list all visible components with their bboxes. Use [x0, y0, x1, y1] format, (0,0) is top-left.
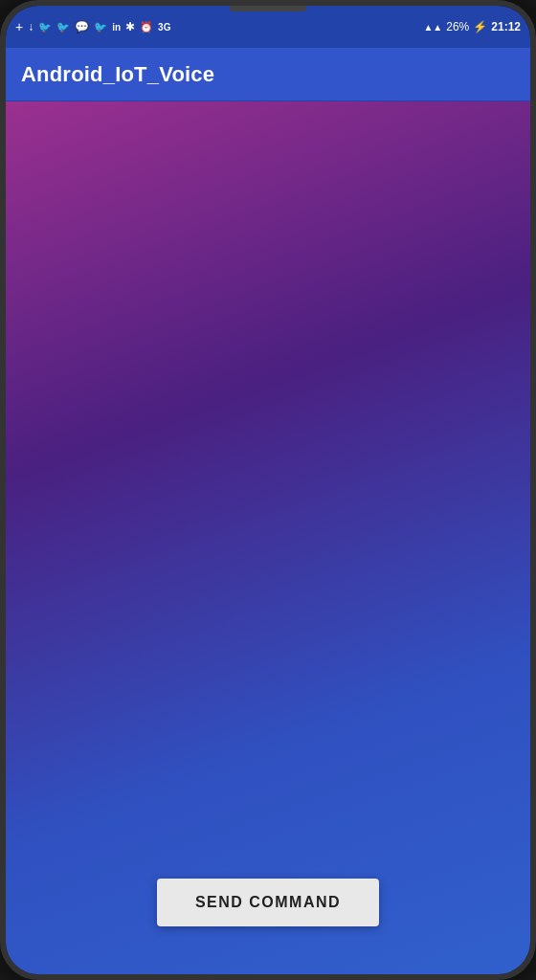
phone-notch [230, 6, 306, 11]
linkedin-icon: in [112, 22, 121, 33]
battery-icon: ⚡ [473, 20, 487, 33]
status-bar-right: ▲▲ 26% ⚡ 21:12 [423, 20, 521, 33]
time-display: 21:12 [491, 20, 521, 33]
network-3g-icon: 3G [158, 22, 170, 33]
app-bar: Android_IoT_Voice [6, 48, 530, 101]
battery-percent: 26% [446, 20, 469, 33]
signal-bars-icon: ▲▲ [423, 22, 442, 33]
bluetooth-icon: ✱ [125, 20, 135, 33]
status-bar: + ↓ 🐦 🐦 💬 🐦 in ✱ ⏰ 3G ▲▲ 26% ⚡ 21:12 [6, 6, 530, 48]
whatsapp-icon: 💬 [75, 20, 89, 33]
alarm-icon: ⏰ [140, 21, 153, 33]
phone-frame: + ↓ 🐦 🐦 💬 🐦 in ✱ ⏰ 3G ▲▲ 26% ⚡ 21:12 And… [0, 0, 536, 980]
status-bar-left: + ↓ 🐦 🐦 💬 🐦 in ✱ ⏰ 3G [15, 19, 170, 34]
app-title: Android_IoT_Voice [21, 62, 214, 87]
send-command-button[interactable]: SEND COMMAND [157, 879, 379, 926]
download-icon: ↓ [28, 20, 34, 33]
twitter-icon-1: 🐦 [38, 21, 52, 33]
add-icon: + [15, 19, 23, 34]
twitter-icon-3: 🐦 [94, 21, 107, 33]
main-content: SEND COMMAND [6, 101, 530, 974]
twitter-icon-2: 🐦 [56, 21, 70, 33]
